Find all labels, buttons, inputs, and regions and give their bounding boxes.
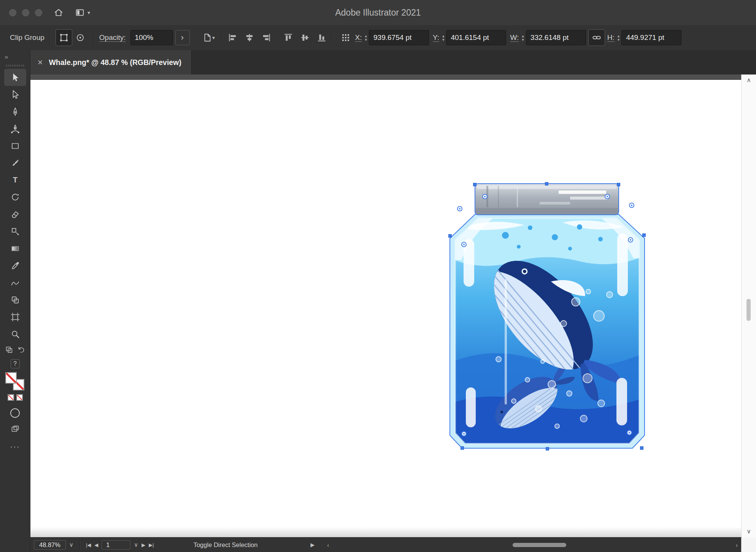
w-stepper[interactable]: ▴ ▾	[522, 34, 524, 41]
edit-contents-button[interactable]	[72, 30, 88, 46]
scroll-up-icon[interactable]: ∧	[742, 76, 756, 84]
tool-free-transform[interactable]	[4, 223, 26, 240]
h-label[interactable]: H:	[607, 33, 615, 42]
workspace-switcher[interactable]: ▾	[75, 8, 90, 17]
scroll-right-icon[interactable]: ›	[736, 542, 738, 548]
y-stepper[interactable]: ▴ ▾	[442, 34, 445, 41]
close-window-button[interactable]	[9, 9, 16, 16]
align-center-horizontal-button[interactable]	[245, 33, 254, 43]
x-stepper[interactable]: ▴ ▾	[365, 34, 367, 41]
horizontal-scroll-thumb[interactable]	[513, 543, 566, 547]
gradient-swatch-none[interactable]	[16, 394, 23, 401]
selection-handle[interactable]	[461, 446, 464, 450]
selection-handle[interactable]	[473, 183, 476, 186]
artboard-number-field[interactable]: 1	[102, 540, 130, 550]
last-artboard-button[interactable]: ▶|	[149, 542, 154, 548]
screen-mode-icon[interactable]	[10, 408, 20, 418]
selection-handle[interactable]	[545, 182, 548, 186]
h-stepper[interactable]: ▴ ▾	[618, 34, 620, 41]
opacity-field[interactable]: 100%	[130, 30, 173, 45]
minimize-window-button[interactable]	[22, 9, 29, 16]
draw-mode-icon[interactable]	[5, 346, 13, 354]
anchor-point[interactable]	[482, 194, 488, 199]
opacity-expand-button[interactable]: ›	[175, 30, 190, 45]
w-field[interactable]: 332.6148 pt	[526, 30, 586, 45]
tool-rectangle[interactable]	[4, 137, 26, 154]
document-tab[interactable]: × Whale.png* @ 48.87 % (RGB/Preview)	[30, 50, 192, 75]
anchor-point[interactable]	[461, 242, 467, 247]
align-top-button[interactable]	[283, 33, 293, 43]
scroll-down-icon[interactable]: ∨	[742, 528, 756, 535]
selection-handle[interactable]	[642, 233, 646, 237]
y-field[interactable]: 401.6154 pt	[446, 30, 506, 45]
tool-curvature[interactable]	[4, 120, 26, 137]
tool-eraser[interactable]	[4, 206, 26, 223]
anchor-point[interactable]	[457, 206, 462, 211]
align-left-button[interactable]	[228, 33, 238, 43]
x-label[interactable]: X:	[355, 33, 362, 42]
help-placeholder-icon[interactable]: ?	[11, 359, 20, 368]
stepper-down-icon[interactable]: ▾	[442, 38, 445, 41]
align-right-button[interactable]	[261, 33, 271, 43]
anchor-point[interactable]	[629, 203, 634, 208]
stepper-down-icon[interactable]: ▾	[365, 38, 367, 41]
fill-none-swatch[interactable]	[5, 372, 17, 384]
selection-handle[interactable]	[640, 446, 643, 450]
tool-paintbrush[interactable]	[4, 154, 26, 171]
selection-handle[interactable]	[546, 447, 549, 450]
previous-artboard-button[interactable]: ◀	[94, 542, 98, 548]
tool-eyedropper[interactable]	[4, 257, 26, 274]
x-field[interactable]: 939.6754 pt	[369, 30, 429, 45]
zoom-window-button[interactable]	[35, 9, 42, 16]
opacity-label[interactable]: Opacity:	[99, 33, 126, 42]
edit-clipping-path-button[interactable]	[56, 29, 72, 46]
y-label[interactable]: Y:	[433, 33, 439, 42]
status-menu-icon[interactable]: ▶	[310, 542, 314, 548]
whale-jar-artwork[interactable]	[448, 182, 646, 450]
document-setup-button[interactable]: ▾	[201, 30, 217, 46]
anchor-point[interactable]	[627, 430, 632, 435]
home-button[interactable]	[54, 8, 64, 17]
tool-direct-selection[interactable]	[4, 86, 26, 103]
collapse-panel-button[interactable]: »	[5, 53, 8, 61]
reference-point-button[interactable]	[338, 30, 354, 46]
align-bottom-button[interactable]	[317, 33, 327, 43]
tool-gradient[interactable]	[4, 240, 26, 257]
stepper-down-icon[interactable]: ▾	[618, 38, 620, 41]
h-field[interactable]: 449.9271 pt	[621, 30, 681, 45]
artboard-dropdown-icon[interactable]: ∨	[134, 541, 138, 548]
tool-artboard[interactable]	[4, 308, 26, 325]
anchor-point[interactable]	[605, 194, 610, 199]
tool-selection[interactable]	[4, 69, 26, 86]
first-artboard-button[interactable]: |◀	[86, 542, 91, 548]
align-center-vertical-button[interactable]	[300, 33, 310, 43]
vertical-scroll-thumb[interactable]	[746, 299, 751, 321]
link-dimensions-button[interactable]	[588, 29, 605, 46]
tool-pen[interactable]	[4, 103, 26, 120]
undo-arrow-icon[interactable]	[17, 346, 25, 354]
selection-handle[interactable]	[617, 183, 620, 186]
selected-clip-group[interactable]	[448, 182, 646, 450]
jar-lid[interactable]	[475, 184, 619, 215]
vertical-scrollbar[interactable]: ∧ ∨	[741, 75, 756, 538]
fill-stroke-proxy[interactable]	[5, 372, 25, 391]
canvas[interactable]	[30, 75, 742, 538]
selection-handle[interactable]	[448, 234, 452, 238]
close-tab-icon[interactable]: ×	[38, 58, 43, 67]
tool-zoom[interactable]	[4, 325, 26, 343]
color-swatch-none[interactable]	[8, 394, 14, 401]
anchor-point[interactable]	[461, 431, 467, 436]
zoom-level-field[interactable]: 48.87%	[34, 540, 66, 550]
arrange-windows-icon[interactable]	[11, 425, 20, 434]
anchor-point[interactable]	[628, 237, 633, 243]
tool-rotate[interactable]	[4, 189, 26, 206]
tool-type[interactable]: T	[4, 171, 26, 189]
w-label[interactable]: W:	[510, 33, 519, 42]
scroll-left-icon[interactable]: ‹	[327, 542, 329, 548]
stepper-down-icon[interactable]: ▾	[522, 38, 524, 41]
tool-symbol[interactable]	[4, 291, 26, 308]
tool-shaper[interactable]	[4, 274, 26, 291]
horizontal-scrollbar[interactable]	[334, 538, 731, 552]
next-artboard-button[interactable]: ▶	[141, 542, 145, 548]
zoom-dropdown-icon[interactable]: ∨	[69, 541, 73, 548]
